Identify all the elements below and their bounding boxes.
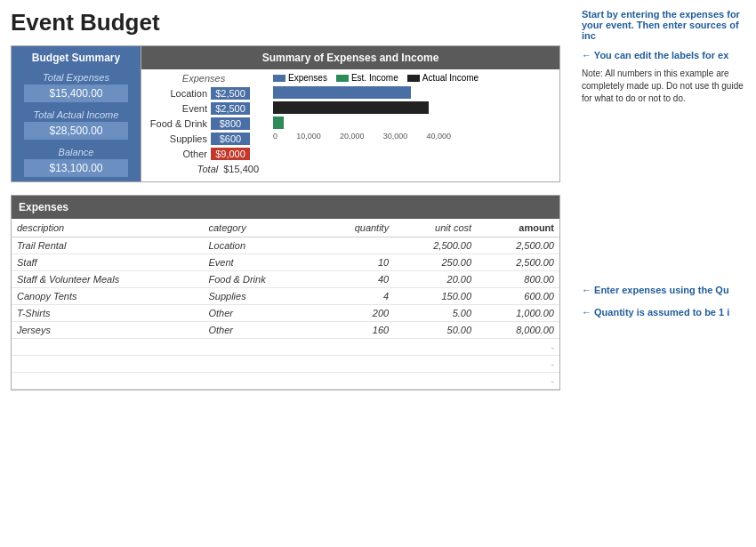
table-row: Jerseys Other 160 50.00 8,000.00 xyxy=(12,322,559,339)
bar-chart: 0 10,000 20,000 30,000 40,000 xyxy=(273,86,479,141)
cell-description: Jerseys xyxy=(12,322,203,339)
table-row-empty: - xyxy=(12,356,559,373)
cell-category: Event xyxy=(203,254,318,271)
chart-area: Expenses Est. Income Actual Income xyxy=(266,69,486,178)
sidebar-edit-labels-note: ← You can edit the labels for ex xyxy=(582,50,745,60)
cell-empty-amount: - xyxy=(477,373,559,390)
expenses-income-header: Summary of Expenses and Income xyxy=(141,46,559,69)
balance-value: $13,100.00 xyxy=(24,159,128,177)
total-expenses-row: Total Expenses $15,400.00 xyxy=(12,69,141,107)
cell-empty-desc xyxy=(12,339,203,356)
bar-est-income xyxy=(273,117,479,129)
chart-legend: Expenses Est. Income Actual Income xyxy=(273,73,479,83)
axis-0: 0 xyxy=(273,132,277,141)
expenses-left-panel: Expenses Location $2,500 Event $2,500 Fo… xyxy=(141,69,266,178)
col-category: category xyxy=(203,219,318,237)
cell-amount: 2,500.00 xyxy=(477,254,559,271)
cell-empty-amount: - xyxy=(477,339,559,356)
expenses-income-table: Expenses Location $2,500 Event $2,500 Fo… xyxy=(141,69,559,178)
legend-label-est-income: Est. Income xyxy=(351,73,398,83)
cell-amount: 600.00 xyxy=(477,288,559,305)
total-actual-income-value: $28,500.00 xyxy=(24,122,128,140)
total-label: Total xyxy=(197,164,223,174)
sidebar-start-text: Start by entering the expenses for your … xyxy=(582,9,740,41)
bar-expenses-segment xyxy=(273,86,411,99)
col-description: description xyxy=(12,219,203,237)
sidebar-quantity-note: ← Quantity is assumed to be 1 i xyxy=(582,305,745,320)
cell-amount: 8,000.00 xyxy=(477,322,559,339)
expense-row-location: Location $2,500 xyxy=(149,87,259,100)
table-row: Staff Event 10 250.00 2,500.00 xyxy=(12,254,559,271)
table-row: Trail Rental Location 2,500.00 2,500.00 xyxy=(12,237,559,254)
expenses-income-section: Summary of Expenses and Income Expenses … xyxy=(141,46,559,181)
cell-unit-cost: 250.00 xyxy=(394,254,477,271)
budget-summary-header: Budget Summary xyxy=(12,46,141,69)
legend-actual-income: Actual Income xyxy=(407,73,479,83)
legend-label-actual-income: Actual Income xyxy=(422,73,479,83)
axis-10k: 10,000 xyxy=(296,132,321,141)
total-value: $15,400 xyxy=(223,164,259,174)
expense-label-food: Food & Drink xyxy=(149,118,211,129)
expense-val-food: $800 xyxy=(211,117,250,130)
cell-empty-amount: - xyxy=(477,356,559,373)
bar-actual-income xyxy=(273,101,479,114)
expense-val-supplies: $600 xyxy=(211,133,250,145)
cell-description: T-Shirts xyxy=(12,305,203,322)
cell-amount: 1,000.00 xyxy=(477,305,559,322)
expense-val-location: $2,500 xyxy=(211,87,250,100)
table-row: Staff & Volunteer Meals Food & Drink 40 … xyxy=(12,271,559,288)
total-expenses-label: Total Expenses xyxy=(19,72,133,83)
expense-row-event: Event $2,500 xyxy=(149,102,259,115)
cell-unit-cost: 20.00 xyxy=(394,271,477,288)
cell-empty-cat xyxy=(203,373,318,390)
axis-20k: 20,000 xyxy=(340,132,365,141)
sidebar-start-note: Start by entering the expenses for your … xyxy=(582,9,745,41)
cell-description: Trail Rental xyxy=(12,237,203,254)
cell-category: Supplies xyxy=(203,288,318,305)
sidebar-enter-expenses-note: ← Enter expenses using the Qu xyxy=(582,283,745,298)
cell-empty-qty xyxy=(318,356,395,373)
expense-label-location: Location xyxy=(149,88,211,99)
sidebar: Start by entering the expenses for your … xyxy=(571,0,756,408)
axis-30k: 30,000 xyxy=(383,132,408,141)
bar-expenses xyxy=(273,86,479,99)
sidebar-disclaimer: Note: All numbers in this example are co… xyxy=(582,68,745,105)
expense-row-other: Other $9,000 xyxy=(149,148,259,160)
expense-val-other: $9,000 xyxy=(211,148,250,160)
cell-empty-qty xyxy=(318,339,395,356)
expenses-table-section: Expenses description category quantity u… xyxy=(11,195,560,390)
table-row-empty: - xyxy=(12,339,559,356)
cell-description: Staff & Volunteer Meals xyxy=(12,271,203,288)
table-row: T-Shirts Other 200 5.00 1,000.00 xyxy=(12,305,559,322)
cell-amount: 2,500.00 xyxy=(477,237,559,254)
legend-expenses: Expenses xyxy=(273,73,327,83)
table-row-empty: - xyxy=(12,373,559,390)
chart-axis: 0 10,000 20,000 30,000 40,000 xyxy=(273,132,451,141)
bar-actual-income-segment xyxy=(273,101,429,114)
cell-quantity: 200 xyxy=(318,305,395,322)
expense-row-food: Food & Drink $800 xyxy=(149,117,259,130)
cell-empty-desc xyxy=(12,373,203,390)
cell-empty-unit xyxy=(394,339,477,356)
cell-category: Other xyxy=(203,305,318,322)
expenses-sub-header: Expenses xyxy=(149,73,259,84)
expenses-data-table: description category quantity unit cost … xyxy=(12,219,559,390)
cell-empty-qty xyxy=(318,373,395,390)
page-title: Event Budget xyxy=(11,9,560,36)
cell-empty-cat xyxy=(203,339,318,356)
legend-color-actual-income xyxy=(407,75,420,82)
legend-color-expenses xyxy=(273,75,286,82)
expense-label-other: Other xyxy=(149,149,211,159)
cell-unit-cost: 5.00 xyxy=(394,305,477,322)
expense-label-event: Event xyxy=(149,103,211,114)
cell-empty-unit xyxy=(394,356,477,373)
balance-label: Balance xyxy=(19,147,133,157)
cell-amount: 800.00 xyxy=(477,271,559,288)
col-amount: amount xyxy=(477,219,559,237)
cell-category: Location xyxy=(203,237,318,254)
cell-unit-cost: 50.00 xyxy=(394,322,477,339)
legend-est-income: Est. Income xyxy=(336,73,398,83)
expense-label-supplies: Supplies xyxy=(149,133,211,144)
cell-unit-cost: 2,500.00 xyxy=(394,237,477,254)
cell-quantity: 4 xyxy=(318,288,395,305)
